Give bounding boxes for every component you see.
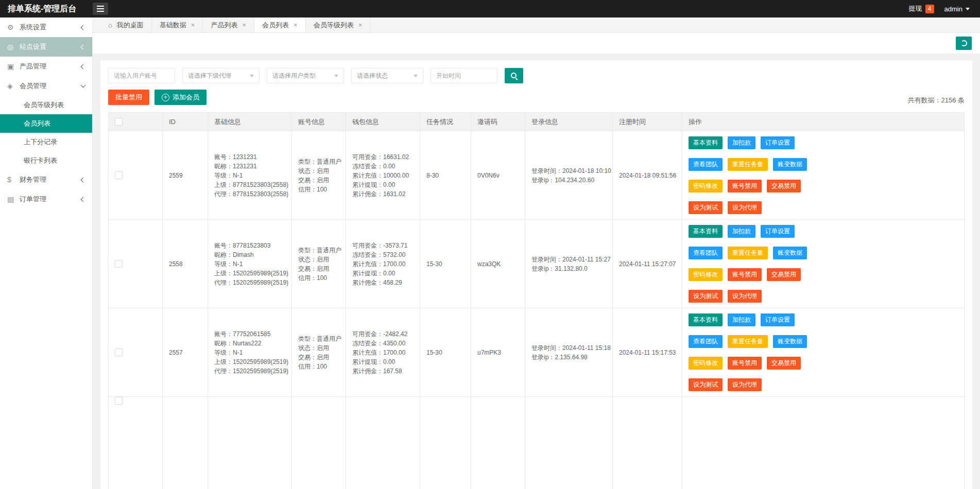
sidebar-item-bank-cards[interactable]: 银行卡列表 (0, 151, 92, 170)
action-reset-tasks-button[interactable]: 重置任务量 (728, 158, 768, 171)
action-disable-trade-button[interactable]: 交易禁用 (767, 180, 801, 193)
action-change-password-button[interactable]: 密码修改 (689, 180, 723, 193)
action-disable-trade-button[interactable]: 交易禁用 (767, 357, 801, 370)
action-set-agent-button[interactable]: 设为代理 (728, 201, 762, 214)
sub-item-label: 会员等级列表 (24, 100, 64, 110)
tab-member-list[interactable]: 会员列表 × (254, 18, 306, 32)
action-change-password-button[interactable]: 密码修改 (689, 268, 723, 281)
tab-desktop[interactable]: ⌂ 我的桌面 (100, 18, 152, 32)
row-checkbox[interactable] (115, 348, 123, 356)
action-adjust-funds-button[interactable]: 加扣款 (728, 136, 755, 149)
member-id: 2559 (169, 171, 183, 180)
start-time-input[interactable] (431, 68, 497, 83)
action-disable-trade-button[interactable]: 交易禁用 (767, 268, 801, 281)
user-menu[interactable]: admin (944, 5, 970, 13)
action-disable-account-button[interactable]: 账号禁用 (728, 180, 762, 193)
account-search-input[interactable] (108, 68, 175, 83)
user-type-select[interactable]: 请选择用户类型 (267, 68, 344, 83)
col-header-wallet-info: 钱包信息 (346, 113, 420, 131)
cell-login-info (525, 397, 613, 489)
batch-disable-button[interactable]: 批量禁用 (108, 90, 149, 105)
action-view-team-button[interactable]: 查看团队 (689, 335, 723, 348)
cell-login-info: 登录时间：2024-01-11 15:18 登录ip：2.135.64.98 (525, 308, 613, 396)
agent-select[interactable]: 请选择下级代理 (182, 68, 260, 83)
close-icon[interactable]: × (358, 21, 363, 29)
action-account-changes-button[interactable]: 账变数据 (773, 158, 807, 171)
filter-row: 请选择下级代理 请选择用户类型 请选择状态 (108, 68, 965, 83)
sidebar-item-balance-records[interactable]: 上下分记录 (0, 133, 92, 151)
login-ip-line: 登录ip：31.132.80.0 (531, 264, 588, 273)
cell-basic-info: 账号：77752061585 昵称：Nurtas222 等级：N-1 上级：15… (208, 308, 292, 396)
select-placeholder: 请选择状态 (357, 72, 388, 80)
members-icon: ◈ (7, 82, 20, 90)
chevron-down-icon (414, 75, 418, 77)
action-view-team-button[interactable]: 查看团队 (689, 158, 723, 171)
nickname-line: 昵称：1231231 (214, 162, 257, 171)
add-member-button[interactable]: + 添加会员 (154, 90, 207, 105)
action-set-test-button[interactable]: 设为测试 (689, 290, 723, 303)
credit-line: 信用：100 (298, 273, 327, 283)
sidebar-item-system-settings[interactable]: ⚙ 系统设置 (0, 18, 92, 37)
action-order-settings-button[interactable]: 订单设置 (761, 313, 795, 326)
sidebar-item-member-list[interactable]: 会员列表 (0, 114, 92, 133)
cell-register-time: 2024-01-18 09:51:56 (613, 131, 682, 219)
login-time-line: 登录时间：2024-01-11 15:18 (531, 343, 611, 353)
action-order-settings-button[interactable]: 订单设置 (761, 136, 795, 149)
member-id: 2558 (169, 259, 183, 269)
close-icon[interactable]: × (191, 21, 195, 29)
sidebar-item-order-management[interactable]: ▤ 订单管理 (0, 189, 92, 209)
action-row: 批量禁用 + 添加会员 共有数据：2156 条 (108, 90, 965, 105)
row-checkbox[interactable] (115, 171, 123, 179)
tab-label: 我的桌面 (117, 21, 144, 30)
action-view-team-button[interactable]: 查看团队 (689, 247, 723, 259)
tab-label: 会员等级列表 (314, 21, 354, 30)
cell-invite-code: wza3QK (471, 220, 525, 308)
tab-product-list[interactable]: 产品列表 × (203, 18, 254, 32)
action-disable-account-button[interactable]: 账号禁用 (728, 357, 762, 370)
sidebar-toggle-button[interactable] (93, 3, 108, 15)
status-line: 状态：启用 (298, 255, 329, 264)
sidebar-item-product-management[interactable]: ▣ 产品管理 (0, 57, 92, 76)
sidebar-item-site-settings[interactable]: ◎ 站点设置 (0, 37, 92, 57)
close-icon[interactable]: × (242, 21, 246, 29)
trade-line: 交易：启用 (298, 353, 329, 362)
action-adjust-funds-button[interactable]: 加扣款 (728, 313, 755, 326)
cell-task-status: 8-30 (420, 131, 471, 219)
trade-line: 交易：启用 (298, 176, 329, 185)
close-icon[interactable]: × (294, 21, 298, 29)
action-set-test-button[interactable]: 设为测试 (689, 201, 723, 214)
cell-wallet-info: 可用资金：-2482.42 冻结资金：4350.00 累计充值：1700.00 … (346, 308, 420, 396)
sidebar-item-member-management[interactable]: ◈ 会员管理 (0, 76, 92, 96)
sidebar-item-finance-management[interactable]: $ 财务管理 (0, 170, 92, 189)
action-basic-info-button[interactable]: 基本资料 (689, 225, 723, 238)
withdraw-link[interactable]: 提现 4 (909, 4, 934, 13)
row-checkbox[interactable] (115, 397, 123, 405)
action-change-password-button[interactable]: 密码修改 (689, 357, 723, 370)
tab-basic-data[interactable]: 基础数据 × (152, 18, 203, 32)
select-all-checkbox[interactable] (115, 118, 123, 126)
invite-code: u7mPK3 (477, 348, 501, 357)
member-list-card: 请选择下级代理 请选择用户类型 请选择状态 批量禁用 (100, 60, 972, 489)
action-basic-info-button[interactable]: 基本资料 (689, 313, 723, 326)
action-account-changes-button[interactable]: 账变数据 (773, 335, 807, 348)
tab-member-levels[interactable]: 会员等级列表 × (306, 18, 371, 32)
refresh-button[interactable] (956, 37, 972, 50)
sub-item-label: 银行卡列表 (24, 156, 57, 165)
action-account-changes-button[interactable]: 账变数据 (773, 247, 807, 259)
action-order-settings-button[interactable]: 订单设置 (761, 225, 795, 238)
action-reset-tasks-button[interactable]: 重置任务量 (728, 247, 768, 259)
status-select[interactable]: 请选择状态 (351, 68, 423, 83)
sidebar-item-member-levels[interactable]: 会员等级列表 (0, 96, 92, 114)
action-adjust-funds-button[interactable]: 加扣款 (728, 225, 755, 238)
action-set-agent-button[interactable]: 设为代理 (728, 378, 762, 391)
action-set-test-button[interactable]: 设为测试 (689, 378, 723, 391)
total-count: 共有数据：2156 条 (907, 96, 965, 105)
row-checkbox[interactable] (115, 260, 123, 268)
action-reset-tasks-button[interactable]: 重置任务量 (728, 335, 768, 348)
account-line: 账号：87781523803 (214, 241, 270, 250)
action-set-agent-button[interactable]: 设为代理 (728, 290, 762, 303)
cell-register-time: 2024-01-11 15:17:53 (613, 308, 682, 396)
action-basic-info-button[interactable]: 基本资料 (689, 136, 723, 149)
search-button[interactable] (505, 68, 523, 83)
action-disable-account-button[interactable]: 账号禁用 (728, 268, 762, 281)
